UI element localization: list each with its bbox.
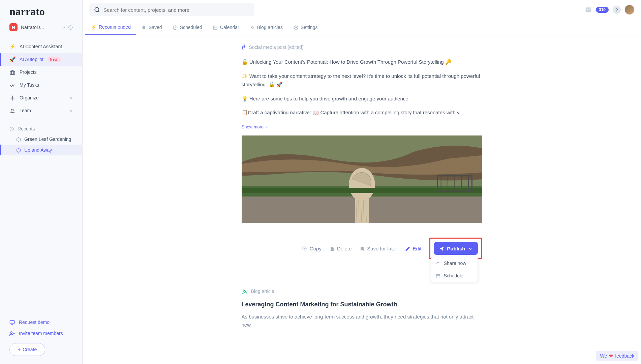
tab-settings[interactable]: Settings	[288, 20, 323, 35]
divider	[0, 120, 82, 120]
chevron-down-icon[interactable]	[61, 25, 66, 30]
post-card: # Social media post (edited) 🔓 Unlocking…	[234, 35, 490, 265]
svg-point-9	[10, 332, 12, 333]
brand-logo[interactable]: narrato	[0, 0, 82, 21]
tab-blog-articles[interactable]: Blog articles	[245, 20, 288, 35]
delete-action[interactable]: Delete	[330, 245, 352, 251]
tabs-bar: ⚡ Recommended Saved Scheduled Calendar B…	[83, 20, 641, 35]
post-paragraph: 📋Craft a captivating narrative: 📖 Captur…	[242, 108, 482, 117]
workspace-avatar: N	[9, 23, 18, 31]
chevron-down-icon	[265, 125, 268, 129]
pencil-icon	[405, 245, 410, 251]
calendar-icon	[213, 25, 218, 30]
svg-rect-33	[304, 248, 307, 251]
create-button[interactable]: + Create	[9, 343, 45, 356]
feedback-suffix: feedback	[615, 353, 634, 359]
edit-label: Edit	[413, 246, 421, 251]
tab-scheduled[interactable]: Scheduled	[167, 20, 208, 35]
copy-action[interactable]: Copy	[302, 245, 322, 251]
publish-button[interactable]: Publish	[434, 242, 478, 255]
svg-point-12	[95, 8, 99, 12]
svg-point-4	[13, 110, 14, 111]
svg-point-20	[295, 27, 297, 29]
show-more-link[interactable]: Show more	[242, 124, 268, 129]
recent-item-up-and-away[interactable]: Up and Away	[0, 145, 82, 155]
request-demo-label: Request demo	[19, 320, 50, 325]
heart-icon: ❤	[609, 353, 613, 359]
check-icon	[9, 82, 16, 88]
save-action[interactable]: Save for later	[360, 245, 397, 251]
mail-icon[interactable]	[585, 6, 592, 13]
send-icon	[439, 245, 444, 251]
sidebar-item-label: Team	[20, 108, 31, 113]
sidebar-item-team[interactable]: Team ▶	[0, 104, 82, 117]
notification-count[interactable]: 310	[596, 7, 609, 13]
tab-label: Saved	[149, 25, 162, 30]
request-demo-link[interactable]: Request demo	[9, 316, 73, 328]
sidebar: narrato N NarratoD... ⚡ AI Content Assis…	[0, 0, 83, 364]
feedback-button[interactable]: We ❤ feedback	[596, 351, 638, 361]
post-paragraph: 🔓 Unlocking Your Content's Potential: Ho…	[242, 58, 482, 66]
search-input[interactable]	[103, 7, 250, 13]
new-badge: New!	[48, 57, 61, 62]
gear-icon[interactable]	[68, 25, 73, 30]
schedule-option[interactable]: Schedule	[431, 270, 478, 282]
tab-label: Recommended	[99, 24, 131, 30]
tab-recommended[interactable]: ⚡ Recommended	[85, 20, 136, 35]
post-body: 🔓 Unlocking Your Content's Potential: Ho…	[242, 58, 482, 131]
blog-type-row: Blog article	[242, 288, 482, 295]
plus-icon: +	[18, 347, 21, 352]
sidebar-item-ai-content[interactable]: ⚡ AI Content Assistant	[0, 40, 82, 53]
workspace-selector[interactable]: N NarratoD...	[0, 21, 82, 37]
svg-rect-6	[10, 321, 14, 324]
chevron-right-icon: ▶	[70, 96, 73, 100]
post-type-label: Social media post (edited)	[249, 44, 304, 50]
gear-icon	[9, 95, 16, 101]
create-label: Create	[23, 347, 37, 352]
svg-point-38	[242, 293, 243, 294]
sidebar-item-label: My Tasks	[20, 82, 39, 88]
bookmark-icon	[142, 25, 146, 30]
sidebar-item-label: Organize	[20, 95, 39, 100]
tab-saved[interactable]: Saved	[136, 20, 167, 35]
content-area: # Social media post (edited) 🔓 Unlocking…	[83, 35, 641, 364]
tab-label: Calendar	[220, 25, 239, 30]
share-icon	[436, 261, 440, 266]
svg-rect-1	[10, 71, 14, 74]
clock-icon	[9, 126, 14, 131]
team-icon	[9, 108, 16, 114]
blog-icon	[242, 288, 248, 295]
post-type-row: # Social media post (edited)	[242, 43, 482, 52]
sidebar-item-organize[interactable]: Organize ▶	[0, 91, 82, 104]
tab-label: Scheduled	[180, 25, 202, 30]
help-icon[interactable]: ?	[613, 6, 621, 14]
svg-point-19	[251, 29, 251, 29]
blog-title: Leveraging Content Marketing for Sustain…	[242, 301, 482, 308]
user-avatar[interactable]	[625, 5, 634, 14]
svg-rect-26	[242, 188, 482, 193]
search-box[interactable]	[89, 3, 254, 16]
recent-item-green-leaf[interactable]: Green Leaf Gardening	[0, 133, 82, 144]
post-actions: Copy Delete Save for later Edit	[242, 230, 482, 259]
svg-rect-34	[436, 274, 440, 278]
share-now-option[interactable]: Share now	[431, 257, 478, 269]
sidebar-item-ai-autopilot[interactable]: 🚀 AI Autopilot New!	[0, 53, 82, 66]
invite-team-link[interactable]: Invite team members	[9, 328, 73, 339]
svg-rect-15	[214, 26, 217, 30]
svg-point-2	[12, 97, 13, 99]
copy-icon	[302, 245, 307, 251]
workspace-name: NarratoD...	[21, 25, 58, 30]
sidebar-item-label: AI Content Assistant	[20, 44, 62, 49]
sidebar-item-projects[interactable]: Projects	[0, 66, 82, 79]
feedback-prefix: We	[600, 353, 607, 359]
publish-label: Publish	[447, 246, 465, 251]
clock-icon	[173, 25, 178, 30]
tab-calendar[interactable]: Calendar	[208, 20, 245, 35]
save-label: Save for later	[367, 246, 397, 251]
edit-action[interactable]: Edit	[405, 245, 421, 251]
tab-label: Settings	[301, 25, 318, 30]
blog-card: Blog article Leveraging Content Marketin…	[234, 279, 490, 338]
monitor-icon	[9, 319, 15, 325]
recent-item-label: Green Leaf Gardening	[24, 136, 71, 142]
sidebar-item-my-tasks[interactable]: My Tasks	[0, 79, 82, 91]
